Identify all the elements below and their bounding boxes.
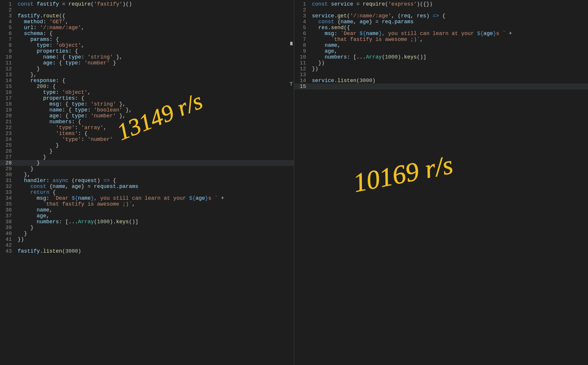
code-content[interactable]: type: 'object', xyxy=(18,42,294,48)
code-line[interactable]: 32 const {name, age} = request.params xyxy=(0,184,294,189)
code-content[interactable]: properties: { xyxy=(18,95,294,101)
code-line[interactable]: 11 age: { type: 'number' } xyxy=(0,60,294,66)
code-content[interactable]: schema: { xyxy=(18,31,294,36)
code-line[interactable]: 13 }, xyxy=(0,72,294,78)
code-line[interactable]: 2 xyxy=(0,7,294,13)
code-line[interactable]: 10 numbers: [...Array(1000).keys()] xyxy=(294,54,588,60)
code-content[interactable]: service.get('/:name/:age', (req, res) =>… xyxy=(312,13,588,19)
code-line[interactable]: 26 } xyxy=(0,148,294,154)
code-content[interactable]: } xyxy=(18,225,294,231)
code-content[interactable]: fastify.listen(3000) xyxy=(18,248,294,254)
code-line[interactable]: 12}) xyxy=(294,66,588,72)
code-line[interactable]: 40 } xyxy=(0,231,294,236)
code-content[interactable]: name, xyxy=(18,207,294,213)
code-content[interactable]: } xyxy=(18,66,294,72)
code-line[interactable]: 38 numbers: [...Array(1000).keys()] xyxy=(0,219,294,225)
code-line[interactable]: 14 response: { xyxy=(0,78,294,84)
code-content[interactable]: 'type': 'array', xyxy=(18,125,294,131)
code-line[interactable]: 34 msg: `Dear ${name}, you still can lea… xyxy=(0,195,294,201)
code-line[interactable]: 22 'type': 'array', xyxy=(0,125,294,131)
code-content[interactable]: numbers: [...Array(1000).keys()] xyxy=(312,54,588,60)
code-content[interactable] xyxy=(312,84,588,89)
code-line[interactable]: 11 }) xyxy=(294,60,588,66)
code-content[interactable]: type: 'object', xyxy=(18,89,294,95)
code-content[interactable]: } xyxy=(18,160,294,166)
code-line[interactable]: 7 `that fastify is awesome ;)`, xyxy=(294,36,588,42)
code-line[interactable]: 27 } xyxy=(0,154,294,160)
code-content[interactable]: age, xyxy=(312,48,588,54)
code-content[interactable]: service.listen(3000) xyxy=(312,78,588,84)
code-line[interactable]: 17 properties: { xyxy=(0,95,294,101)
code-content[interactable] xyxy=(312,72,588,78)
code-line[interactable]: 36 name, xyxy=(0,207,294,213)
code-content[interactable]: }, xyxy=(18,72,294,78)
code-content[interactable]: }, xyxy=(18,172,294,178)
code-line[interactable]: 31 handler: async (request) => { xyxy=(0,178,294,184)
code-line[interactable]: 30 }, xyxy=(0,172,294,178)
code-content[interactable]: res.send({ xyxy=(312,25,588,31)
code-line[interactable]: 24 'type': 'number' xyxy=(0,136,294,142)
code-content[interactable]: }) xyxy=(312,60,588,66)
code-line[interactable]: 12 } xyxy=(0,66,294,72)
code-content[interactable]: response: { xyxy=(18,78,294,84)
code-content[interactable]: `that fastify is awesome ;)`, xyxy=(312,36,588,42)
code-line[interactable]: 4 const {name, age} = req.params xyxy=(294,19,588,25)
code-line[interactable]: 8 name, xyxy=(294,42,588,48)
editor-pane-left[interactable]: T 13149 r/s 1const fastify = require('fa… xyxy=(0,0,294,365)
code-line[interactable]: 37 age, xyxy=(0,213,294,219)
code-content[interactable]: name, xyxy=(312,42,588,48)
code-line[interactable]: 20 age: { type: 'number' }, xyxy=(0,113,294,119)
code-line[interactable]: 15 200: { xyxy=(0,84,294,89)
code-content[interactable]: name: { type: 'string' }, xyxy=(18,54,294,60)
code-content[interactable]: properties: { xyxy=(18,48,294,54)
code-content[interactable]: handler: async (request) => { xyxy=(18,178,294,184)
code-content[interactable]: } xyxy=(18,166,294,172)
code-content[interactable] xyxy=(18,242,294,248)
code-line[interactable]: 7 params: { xyxy=(0,36,294,42)
code-content[interactable]: 'items': { xyxy=(18,131,294,136)
code-line[interactable]: 16 type: 'object', xyxy=(0,89,294,95)
code-content[interactable] xyxy=(312,7,588,13)
code-content[interactable]: const fastify = require('fastify')() xyxy=(18,1,294,7)
code-line[interactable]: 15 xyxy=(294,84,588,89)
code-content[interactable]: fastify.route({ xyxy=(18,13,294,19)
code-content[interactable] xyxy=(18,7,294,13)
code-content[interactable]: } xyxy=(18,142,294,148)
code-line[interactable]: 6 msg: `Dear ${name}, you still can lear… xyxy=(294,31,588,36)
code-content[interactable]: msg: { type: 'string' }, xyxy=(18,101,294,107)
code-content[interactable]: `that fastify is awesome ;)`, xyxy=(18,201,294,207)
code-line[interactable]: 29 } xyxy=(0,166,294,172)
code-content[interactable]: age, xyxy=(18,213,294,219)
code-content[interactable]: 'type': 'number' xyxy=(18,136,294,142)
code-line[interactable]: 5 url: '/:name/:age', xyxy=(0,25,294,31)
code-content[interactable]: } xyxy=(18,148,294,154)
code-line[interactable]: 14service.listen(3000) xyxy=(294,78,588,84)
code-line[interactable]: 13 xyxy=(294,72,588,78)
code-line[interactable]: 9 properties: { xyxy=(0,48,294,54)
code-line[interactable]: 23 'items': { xyxy=(0,131,294,136)
code-line[interactable]: 6 schema: { xyxy=(0,31,294,36)
code-content[interactable]: params: { xyxy=(18,36,294,42)
code-line[interactable]: 41}) xyxy=(0,236,294,242)
code-content[interactable]: url: '/:name/:age', xyxy=(18,25,294,31)
code-content[interactable]: const {name, age} = request.params xyxy=(18,184,294,189)
code-line[interactable]: 33 return { xyxy=(0,189,294,195)
code-line[interactable]: 2 xyxy=(294,7,588,13)
code-content[interactable]: msg: `Dear ${name}, you still can learn … xyxy=(18,195,294,201)
code-line[interactable]: 3fastify.route({ xyxy=(0,13,294,19)
code-line[interactable]: 21 numbers: { xyxy=(0,119,294,125)
code-line[interactable]: 28 } xyxy=(0,160,294,166)
code-content[interactable]: age: { type: 'number' } xyxy=(18,60,294,66)
code-content[interactable]: numbers: { xyxy=(18,119,294,125)
code-content[interactable]: } xyxy=(18,231,294,236)
code-line[interactable]: 39 } xyxy=(0,225,294,231)
code-content[interactable]: return { xyxy=(18,189,294,195)
code-line[interactable]: 42 xyxy=(0,242,294,248)
code-line[interactable]: 4 method: 'GET', xyxy=(0,19,294,25)
code-content[interactable]: 200: { xyxy=(18,84,294,89)
code-line[interactable]: 18 msg: { type: 'string' }, xyxy=(0,101,294,107)
code-content[interactable]: method: 'GET', xyxy=(18,19,294,25)
code-line[interactable]: 25 } xyxy=(0,142,294,148)
code-content[interactable]: msg: `Dear ${name}, you still can learn … xyxy=(312,31,588,36)
code-line[interactable]: 10 name: { type: 'string' }, xyxy=(0,54,294,60)
